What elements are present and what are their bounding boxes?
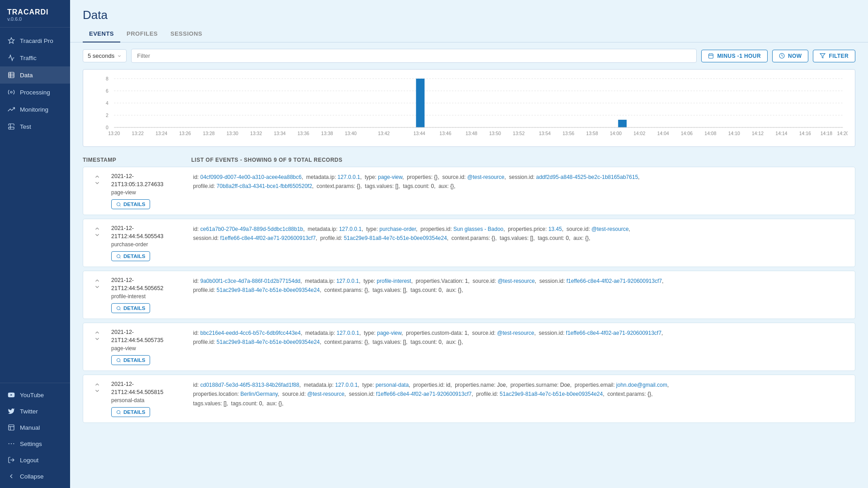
sidebar-item-tracardi-pro[interactable]: Tracardi Pro [0,32,70,49]
minus-1hour-button[interactable]: MINUS -1 HOUR [701,50,768,62]
sidebar-item-label: Collapse [20,473,44,480]
svg-text:13:58: 13:58 [586,131,598,136]
sidebar-item-manual[interactable]: Manual [0,419,70,436]
events-chart: 8 6 4 2 0 13:20 13:22 13:24 13:26 [83,69,855,147]
row-timestamp-area: 2021-12-21T12:44:54.505652 profile-inter… [111,277,186,313]
filter-button[interactable]: FILTER [813,50,855,62]
svg-text:14:06: 14:06 [681,131,693,136]
details-button[interactable]: DETAILS [111,355,150,365]
sidebar-item-data[interactable]: Data [0,66,70,84]
details-label: DETAILS [123,409,145,415]
sidebar-item-twitter[interactable]: Twitter [0,403,70,419]
svg-rect-7 [9,425,14,430]
svg-text:14:10: 14:10 [728,131,740,136]
chevron-down-icon [117,54,122,58]
col-events: LIST OF EVENTS - SHOWING 9 OF 9 TOTAL RE… [191,157,343,163]
page-title: Data [83,8,855,22]
svg-point-66 [117,254,120,258]
details-icon [116,410,121,415]
sidebar-item-label: Traffic [20,55,37,61]
interval-value: 5 seconds [88,52,114,59]
filter-input[interactable] [131,49,697,63]
svg-text:13:28: 13:28 [203,131,215,136]
interval-selector[interactable]: 5 seconds [83,49,127,62]
arrow-up-icon [94,329,100,336]
now-button[interactable]: NOW [772,50,809,62]
svg-text:13:56: 13:56 [562,131,574,136]
svg-text:13:38: 13:38 [321,131,333,136]
sidebar-item-settings[interactable]: Settings [0,436,70,452]
svg-point-72 [117,410,120,413]
details-icon [116,202,121,207]
row-arrow-area [90,277,104,290]
svg-text:13:46: 13:46 [439,131,451,136]
row-timestamp-area: 2021-12-21T13:05:13.274633 page-view DET… [111,173,186,209]
sidebar-item-traffic[interactable]: Traffic [0,49,70,66]
arrow-up-icon [94,174,100,180]
event-data: id: 04cf0909-d007-4e00-a310-acee4ea88bc6… [193,173,848,191]
svg-line-73 [120,413,121,414]
svg-point-5 [10,91,12,93]
sidebar-item-monitoring[interactable]: Monitoring [0,101,70,118]
sidebar-item-label: Manual [20,424,40,431]
table-row: 2021-12-21T12:44:54.505735 page-view DET… [83,323,855,371]
row-timestamp-area: 2021-12-21T12:44:54.505815 personal-data… [111,380,186,417]
details-button[interactable]: DETAILS [111,407,150,417]
svg-text:13:34: 13:34 [274,131,286,136]
tab-bar: EVENTS PROFILES SESSIONS [70,26,868,42]
event-timestamp: 2021-12-21T12:44:54.505735 [111,328,186,344]
row-timestamp-area: 2021-12-21T12:44:54.505735 page-view DET… [111,328,186,365]
sort-arrows [94,329,100,342]
details-button[interactable]: DETAILS [111,199,150,209]
details-icon [116,358,121,363]
row-timestamp-area: 2021-12-21T12:44:54.505543 purchase-orde… [111,225,186,261]
row-arrow-area [90,173,104,186]
calendar-icon [708,53,714,59]
manual-icon [7,423,15,432]
sidebar-item-youtube[interactable]: YouTube [0,387,70,403]
svg-text:13:54: 13:54 [539,131,551,136]
chart-area: 8 6 4 2 0 13:20 13:22 13:24 13:26 [90,74,848,142]
sidebar-nav: Tracardi Pro Traffic Data Processing Mon… [0,28,70,383]
col-timestamp: TIMESTAMP [83,157,173,163]
event-timestamp: 2021-12-21T12:44:54.505543 [111,225,186,240]
sidebar-item-logout[interactable]: Logout [0,452,70,468]
settings-icon [7,440,15,448]
sidebar-item-label: Logout [20,457,38,464]
app-name: TRACARDI [7,8,63,16]
svg-point-12 [13,443,14,444]
test-icon [7,122,15,131]
twitter-icon [7,407,15,415]
tab-events[interactable]: EVENTS [83,26,120,42]
arrow-up-icon [94,225,100,232]
details-button[interactable]: DETAILS [111,251,150,261]
event-data: id: cd0188d7-5e3d-46f5-8313-84b26fad1f88… [193,380,848,408]
svg-rect-30 [416,79,425,127]
svg-text:14:02: 14:02 [633,131,645,136]
content-area: 5 seconds MINUS -1 HOUR NOW FILTER [70,42,868,488]
event-type: profile-interest [111,293,186,300]
sidebar-item-test[interactable]: Test [0,118,70,135]
event-type: purchase-order [111,241,186,248]
event-type: personal-data [111,397,186,404]
details-label: DETAILS [123,305,145,311]
svg-text:13:24: 13:24 [156,131,167,136]
event-data: id: 9a0b00f1-c3ce-4d7a-886f-01d2b77154dd… [193,277,848,295]
event-data: id: bbc216e4-eedd-4cc6-b57c-6db9fcc443e4… [193,328,848,347]
tab-profiles[interactable]: PROFILES [120,26,164,42]
sidebar-item-processing[interactable]: Processing [0,84,70,101]
tab-sessions[interactable]: SESSIONS [164,26,208,42]
filter-label: FILTER [829,53,849,59]
svg-rect-14 [709,54,713,58]
details-button[interactable]: DETAILS [111,303,150,313]
sidebar-item-label: Monitoring [20,106,48,113]
sidebar-item-collapse[interactable]: Collapse [0,468,70,484]
svg-text:13:44: 13:44 [413,131,425,136]
svg-text:14:12: 14:12 [752,131,764,136]
svg-text:2: 2 [106,113,108,118]
row-arrow-area [90,328,104,342]
table-row: 2021-12-21T13:05:13.274633 page-view DET… [83,167,855,215]
filter-icon [820,53,826,59]
logout-icon [7,456,15,464]
svg-point-64 [117,202,120,206]
